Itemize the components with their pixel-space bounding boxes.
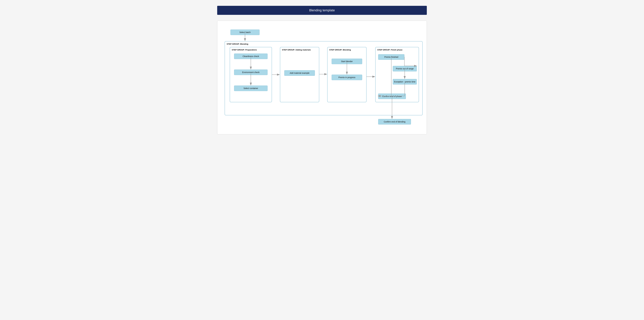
premix-in-progress-node: Premix in progress bbox=[332, 75, 362, 80]
finish-phase-label: STEP GROUP: Finish phase bbox=[377, 49, 402, 51]
select-batch-node: Select batch bbox=[230, 29, 260, 35]
diagram-canvas: Select batch STEP GROUP: Blending STEP G… bbox=[222, 25, 426, 127]
adding-materials-label: STEP GROUP: Adding materials bbox=[282, 49, 311, 51]
cleanliness-node: Cleanliness check bbox=[234, 53, 268, 59]
confirm-end-blending-node: Confirm end of blending bbox=[378, 119, 411, 124]
page-wrapper: Blending template Select batch STEP GROU… bbox=[214, 0, 430, 140]
premix-finished-node: Premix finished bbox=[378, 54, 404, 60]
outer-blending-label: STEP GROUP: Blending bbox=[227, 43, 248, 45]
page-title: Blending template bbox=[309, 8, 335, 12]
diagram-area: Select batch STEP GROUP: Blending STEP G… bbox=[217, 21, 427, 134]
blending-label: STEP GROUP: Blending bbox=[329, 49, 351, 51]
add-material-node: Add material example bbox=[284, 70, 315, 76]
select-container-node: Select container bbox=[234, 85, 268, 91]
environment-node: Environment check bbox=[234, 69, 268, 75]
exception-premix-time-node: Exception - premix time bbox=[393, 79, 417, 84]
page-header: Blending template bbox=[217, 6, 427, 15]
start-blender-node: Start blender bbox=[332, 59, 362, 64]
preparations-label: STEP GROUP: Preparations bbox=[232, 49, 257, 51]
confirm-end-phase-node: Confirm end of phase bbox=[378, 93, 406, 99]
premix-out-of-range-node: Premix out of range bbox=[393, 66, 417, 71]
